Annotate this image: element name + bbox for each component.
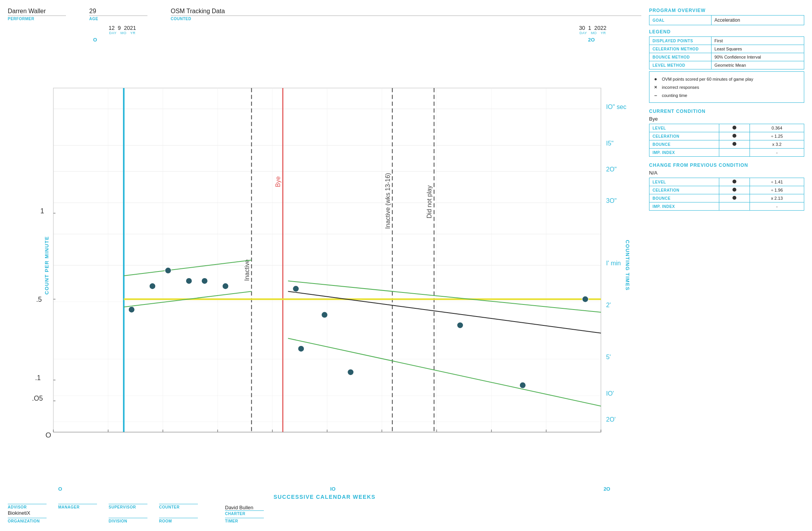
goal-value: Acceleration	[711, 16, 804, 25]
prev-celeration-value: ÷ 1.96	[750, 186, 804, 194]
supervisor-label: SUPERVISOR	[109, 504, 147, 509]
level-method-label: LEVEL METHOD	[649, 61, 712, 69]
prev-imp-value: -	[750, 202, 804, 211]
date-left-labels: DAY MO YR	[109, 31, 135, 35]
month-label-left: MO	[120, 31, 126, 35]
change-previous-section: CHANGE FROM PREVIOUS CONDITION N/A LEVEL…	[649, 163, 804, 211]
bounce-method-label: BOUNCE METHOD	[649, 53, 712, 61]
current-celeration-row: CELERATION ÷ 1.25	[649, 132, 804, 140]
svg-text:3O": 3O"	[606, 197, 616, 204]
change-previous-name: N/A	[649, 170, 804, 176]
legend-item-cross: × incorrect responses	[653, 83, 801, 91]
year-label-right: YR	[601, 31, 606, 35]
displayed-points-row: DISPLAYED POINTS First	[649, 37, 804, 45]
date-right-year: 2022	[594, 25, 606, 31]
date-right: 30 1 2022 DAY MO YR	[579, 25, 606, 35]
current-bounce-dot-icon	[732, 142, 736, 146]
goal-table: GOAL Acceleration	[649, 15, 804, 25]
svg-text:2O': 2O'	[606, 416, 616, 423]
counting-times-label: COUNTING TIMES	[625, 240, 630, 291]
current-level-row: LEVEL 0.364	[649, 124, 804, 132]
svg-point-50	[128, 306, 135, 313]
x-axis-label: SUCCESSIVE CALENDAR WEEKS	[8, 494, 641, 500]
prev-imp-label: IMP. INDEX	[649, 202, 719, 211]
counted-field: OSM Tracking Data COUNTED	[171, 8, 641, 21]
legend-item-dash: – counting time	[653, 91, 801, 99]
current-condition-table: LEVEL 0.364 CELERATION ÷ 1.25 BOUNCE x 3…	[649, 124, 804, 157]
svg-text:IO': IO'	[606, 390, 614, 397]
level-method-row: LEVEL METHOD Geometric Mean	[649, 61, 804, 69]
svg-point-60	[457, 322, 463, 329]
advisor-label: ADVISOR	[8, 504, 47, 509]
svg-text:Inactive (wks 13-16): Inactive (wks 13-16)	[384, 173, 391, 229]
y-axis-label: COUNT PER MINUTE	[44, 236, 50, 295]
cross-icon: ×	[653, 84, 659, 90]
change-previous-table: LEVEL ÷ 1.41 CELERATION ÷ 1.96 BOUNCE x …	[649, 178, 804, 211]
date-right-values: 30 1 2022	[579, 25, 606, 31]
supervisor-value	[109, 510, 147, 516]
performer-field: Darren Waller PERFORMER	[8, 8, 66, 21]
svg-point-51	[149, 283, 156, 289]
prev-bounce-dot	[719, 194, 750, 202]
svg-text:Did not play: Did not play	[426, 185, 433, 218]
day-label-left: DAY	[109, 31, 116, 35]
bounce-method-value: 90% Confidence Interval	[711, 53, 804, 61]
right-panel: PROGRAM OVERVIEW GOAL Acceleration LEGEN…	[649, 8, 804, 523]
age-label: AGE	[89, 17, 147, 21]
svg-text:I5": I5"	[606, 140, 613, 147]
day-label-right: DAY	[580, 31, 587, 35]
svg-text:IO" sec: IO" sec	[606, 103, 626, 110]
svg-text:5': 5'	[606, 353, 611, 360]
level-method-value: Geometric Mean	[711, 61, 804, 69]
performer-value: Darren Waller	[8, 8, 66, 16]
advisor-field: ADVISOR BiokinetiX ORGANIZATION	[8, 504, 47, 523]
svg-text:Inactive: Inactive	[243, 259, 250, 281]
svg-text:1: 1	[40, 207, 44, 215]
legend-item-dot: ● OVM points scored per 60 minutes of ga…	[653, 75, 801, 83]
charter-label: CHARTER	[225, 510, 264, 516]
week-markers-top: O 2O	[8, 37, 641, 43]
dash-icon: –	[653, 92, 659, 98]
svg-point-59	[348, 369, 354, 375]
current-imp-row: IMP. INDEX -	[649, 149, 804, 157]
prev-celeration-dot	[719, 186, 750, 194]
svg-point-61	[519, 382, 526, 388]
chart-area: COUNT PER MINUTE COUNTING TIMES IO" sec …	[12, 43, 637, 487]
svg-point-54	[201, 278, 208, 284]
chart-container: 12 9 2021 DAY MO YR 30 1 2022	[8, 25, 641, 500]
prev-imp-dot	[719, 202, 750, 211]
counter-label: COUNTER	[159, 504, 198, 509]
manager-label: MANAGER	[58, 504, 97, 509]
current-level-value: 0.364	[750, 124, 804, 132]
current-celeration-dot-icon	[732, 134, 736, 138]
month-label-right: MO	[591, 31, 597, 35]
current-celeration-label: CELERATION	[649, 132, 719, 140]
legend-title: LEGEND	[649, 29, 804, 35]
counted-label: COUNTED	[171, 17, 641, 21]
charter-value: David Bullen	[225, 505, 264, 510]
timer-label: TIMER	[225, 518, 264, 523]
celeration-method-label: CELERATION METHOD	[649, 45, 712, 53]
svg-text:.5: .5	[36, 296, 42, 303]
counter-field: COUNTER ROOM	[159, 504, 198, 523]
prev-level-dot	[719, 178, 750, 186]
program-overview-section: PROGRAM OVERVIEW GOAL Acceleration	[649, 8, 804, 25]
prev-imp-row: IMP. INDEX -	[649, 202, 804, 211]
date-row: 12 9 2021 DAY MO YR 30 1 2022	[8, 25, 641, 35]
svg-text:.1: .1	[35, 374, 41, 382]
prev-level-value: ÷ 1.41	[750, 178, 804, 186]
prev-celeration-label: CELERATION	[649, 186, 719, 194]
date-right-labels: DAY MO YR	[580, 31, 606, 35]
change-previous-title: CHANGE FROM PREVIOUS CONDITION	[649, 163, 804, 168]
prev-bounce-label: BOUNCE	[649, 194, 719, 202]
supervisor-field: SUPERVISOR DIVISION	[109, 504, 147, 523]
current-celeration-value: ÷ 1.25	[750, 132, 804, 140]
svg-text:Bye: Bye	[274, 176, 281, 187]
counter-value	[159, 510, 198, 516]
prev-level-label: LEVEL	[649, 178, 719, 186]
age-field: 29 AGE	[89, 8, 147, 21]
prev-level-dot-icon	[732, 180, 736, 183]
displayed-points-value: First	[711, 37, 804, 45]
svg-point-53	[186, 278, 192, 284]
celeration-method-value: Least Squares	[711, 45, 804, 53]
